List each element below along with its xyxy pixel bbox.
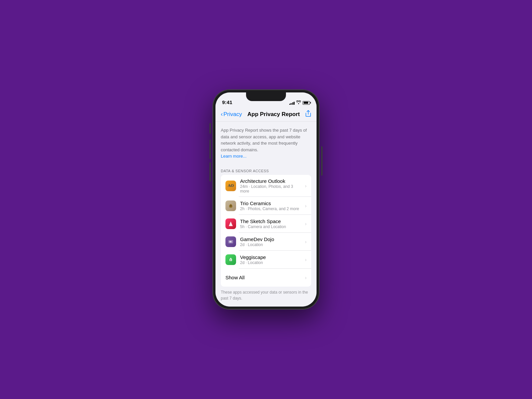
- status-time: 9:41: [222, 99, 232, 105]
- list-item[interactable]: GameDev Dojo 2d · Location ›: [221, 233, 311, 251]
- description-text: App Privacy Report shows the past 7 days…: [221, 127, 311, 160]
- app-name: Architecture Outlook: [240, 178, 301, 184]
- item-content: Trio Ceramics 2h · Photos, Camera, and 2…: [240, 200, 301, 211]
- app-sub: 2h · Photos, Camera, and 2 more: [240, 206, 301, 211]
- app-icon-architecture-outlook: AO: [225, 181, 236, 191]
- app-icon-sketch-space: [225, 218, 236, 229]
- item-content: The Sketch Space 5h · Camera and Locatio…: [240, 218, 301, 229]
- app-icon-gamedev-dojo: [225, 236, 236, 247]
- show-all-item[interactable]: Show All ›: [221, 269, 311, 287]
- share-button[interactable]: [305, 110, 311, 118]
- app-sub: 2d · Location: [240, 242, 301, 247]
- signal-icon: [289, 101, 295, 105]
- list-item[interactable]: AO Architecture Outlook 24m · Location, …: [221, 175, 311, 197]
- sensor-footnote: These apps accessed your data or sensors…: [215, 287, 317, 305]
- chevron-right-icon: ›: [305, 183, 307, 189]
- app-name: Veggiscape: [240, 254, 301, 260]
- list-item[interactable]: The Sketch Space 5h · Camera and Locatio…: [221, 215, 311, 233]
- chevron-right-icon: ›: [305, 275, 307, 280]
- svg-rect-4: [229, 241, 230, 242]
- chevron-right-icon: ›: [305, 203, 307, 208]
- show-all-label: Show All: [225, 275, 301, 280]
- item-content: Veggiscape 2d · Location: [240, 254, 301, 265]
- app-name: The Sketch Space: [240, 218, 301, 224]
- network-activity-header: APP NETWORK ACTIVITY: [215, 305, 317, 307]
- list-item[interactable]: Veggiscape 2d · Location ›: [221, 251, 311, 269]
- app-sub: 2d · Location: [240, 260, 301, 265]
- status-icons: [289, 100, 310, 105]
- data-sensor-list: AO Architecture Outlook 24m · Location, …: [221, 175, 311, 287]
- item-content: Architecture Outlook 24m · Location, Pho…: [240, 178, 301, 194]
- volume-down-button: [209, 162, 211, 182]
- chevron-left-icon: ‹: [221, 111, 223, 118]
- chevron-right-icon: ›: [305, 221, 307, 226]
- app-name: GameDev Dojo: [240, 236, 301, 242]
- svg-point-0: [230, 205, 232, 207]
- chevron-right-icon: ›: [305, 257, 307, 262]
- list-item[interactable]: Trio Ceramics 2h · Photos, Camera, and 2…: [221, 197, 311, 215]
- app-icon-veggiscape: [225, 254, 236, 265]
- app-icon-trio-ceramics: [225, 200, 236, 211]
- chevron-right-icon: ›: [305, 239, 307, 244]
- mute-button: [209, 123, 211, 134]
- item-content: GameDev Dojo 2d · Location: [240, 236, 301, 247]
- notch: [246, 92, 286, 101]
- power-button: [321, 146, 323, 176]
- app-sub: 5h · Camera and Location: [240, 224, 301, 229]
- back-label: Privacy: [223, 111, 242, 118]
- back-button[interactable]: ‹ Privacy: [221, 111, 242, 118]
- navigation-bar: ‹ Privacy App Privacy Report: [215, 107, 317, 122]
- volume-up-button: [209, 140, 211, 159]
- learn-more-link[interactable]: Learn more...: [221, 154, 246, 159]
- app-sub: 24m · Location, Photos, and 3 more: [240, 184, 301, 194]
- data-sensor-header: DATA & SENSOR ACCESS: [215, 164, 317, 175]
- phone-screen: 9:41: [215, 92, 317, 307]
- battery-icon: [303, 101, 310, 105]
- app-name: Trio Ceramics: [240, 200, 301, 206]
- description-section: App Privacy Report shows the past 7 days…: [215, 122, 317, 164]
- wifi-icon: [296, 100, 301, 105]
- page-title: App Privacy Report: [242, 111, 305, 118]
- scroll-area[interactable]: App Privacy Report shows the past 7 days…: [215, 122, 317, 307]
- phone-frame: 9:41: [213, 90, 319, 309]
- item-content: Show All: [225, 275, 301, 280]
